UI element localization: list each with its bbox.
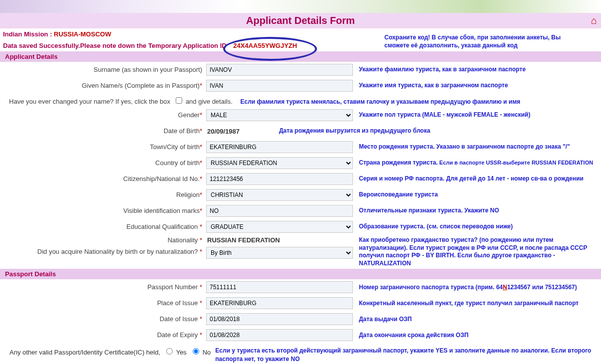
label-nationality: Nationality * Did you acquire Nationalit… <box>0 236 206 256</box>
hint-religion: Вероисповедание туриста <box>356 191 601 199</box>
row-date-issue: Date of Issue * Дата выдачи ОЗП <box>0 311 601 327</box>
hint-town: Место рождения туриста. Указано в загран… <box>356 143 601 151</box>
marks-input[interactable] <box>206 205 353 217</box>
mission-label: Indian Mission : <box>3 30 54 38</box>
gender-select[interactable]: MALE <box>206 109 353 121</box>
section-passport-details: Passport Details <box>0 269 601 279</box>
label-country: Country of birth* <box>0 159 206 168</box>
section-applicant-details: Applicant Details <box>0 51 601 62</box>
date-expiry-input[interactable] <box>206 329 353 341</box>
label-surname: Surname (as shown in your Passport) <box>0 66 206 74</box>
hint-date-issue: Дата выдачи ОЗП <box>356 316 601 324</box>
place-issue-input[interactable] <box>206 297 353 309</box>
hint-other-passport: Если у туриста есть второй действующий з… <box>215 346 601 364</box>
label-passport-number: Passport Number * <box>0 283 206 292</box>
label-gender: Gender* <box>0 111 206 120</box>
row-country: Country of birth* RUSSIAN FEDERATION Стр… <box>0 155 601 171</box>
other-passport-yes-radio[interactable] <box>166 348 173 355</box>
hint-changed-name: Если фамилия туриста менялась, ставим га… <box>234 98 520 105</box>
row-nationality: Nationality * Did you acquire Nationalit… <box>0 235 601 269</box>
given-name-input[interactable] <box>206 80 353 92</box>
hint-acquire: Как приобретено гражданство туриста? (по… <box>356 236 601 267</box>
acquire-nationality-select[interactable]: By Birth <box>206 247 353 259</box>
saved-line: Data saved Successfully.Please note down… <box>0 40 601 51</box>
row-education: Educational Qualification * GRADUATE Обр… <box>0 219 601 235</box>
label-dob: Date of Birth* <box>0 127 206 136</box>
label-citizenship: Citizenship/National Id No.* <box>0 175 206 183</box>
hint-surname: Укажите фамилию туриста, как в заграничн… <box>356 66 601 74</box>
row-surname: Surname (as shown in your Passport) Укаж… <box>0 62 601 78</box>
row-marks: Visible identification marks* Отличитель… <box>0 203 601 219</box>
save-code-hint: Сохраните код! В случае сбоя, при заполн… <box>384 34 584 49</box>
education-select[interactable]: GRADUATE <box>206 221 353 233</box>
other-passport-no-radio[interactable] <box>193 348 199 355</box>
label-date-expiry: Date of Expiry * <box>0 331 206 340</box>
home-icon[interactable]: ⌂ <box>591 15 597 26</box>
religion-select[interactable]: CHRISTIAN <box>206 189 353 201</box>
row-changed-name: Have you ever changed your name? If yes,… <box>0 94 601 107</box>
row-dob: Date of Birth* 20/09/1987 Дата рождения … <box>0 123 601 139</box>
label-town: Town/City of birth* <box>0 143 206 152</box>
label-changed-name-after: and give details. <box>186 98 233 105</box>
hint-country: Страна рождения туриста. Если в паспорте… <box>356 159 601 167</box>
surname-input[interactable] <box>206 64 353 76</box>
mission-value: RUSSIA-MOSCOW <box>54 30 111 38</box>
nationality-value: RUSSIAN FEDERATION <box>206 236 356 244</box>
citizenship-input[interactable] <box>206 173 353 185</box>
date-issue-input[interactable] <box>206 313 353 325</box>
hint-dob: Дата рождения выгрузится из предыдущего … <box>276 127 601 135</box>
hint-education: Образование туриста. (см. список перевод… <box>356 223 601 231</box>
hint-marks: Отличительные признаки туриста. Укажите … <box>356 207 601 215</box>
row-place-issue: Place of Issue * Конкретный населенный п… <box>0 295 601 311</box>
hint-gender: Укажите пол туриста (MALE - мужской FEMA… <box>356 111 601 119</box>
label-date-issue: Date of Issue * <box>0 315 206 324</box>
hint-place-issue: Конкретный населенный пункт, где турист … <box>356 300 601 308</box>
label-other-passport: Any other valid Passport/Identity Certif… <box>9 349 160 356</box>
title-bar: Applicant Details Form ⌂ <box>0 13 601 28</box>
hint-passport-number: Номер заграничного паспорта туриста (при… <box>356 284 601 292</box>
label-changed-name: Have you ever changed your name? If yes,… <box>9 98 170 105</box>
label-religion: Religion* <box>0 191 206 199</box>
temporary-app-id: 24X4AA55YWGJYZH <box>228 42 302 49</box>
label-place-issue: Place of Issue * <box>0 299 206 308</box>
row-citizenship: Citizenship/National Id No.* Серия и ном… <box>0 171 601 187</box>
passport-number-input[interactable] <box>206 281 353 293</box>
country-select[interactable]: RUSSIAN FEDERATION <box>206 157 353 169</box>
row-town: Town/City of birth* Место рождения турис… <box>0 139 601 155</box>
decorative-banner <box>0 0 601 13</box>
other-yes-label: Yes <box>176 349 187 356</box>
page-title: Applicant Details Form <box>0 15 601 26</box>
row-passport-number: Passport Number * Номер заграничного пас… <box>0 279 601 295</box>
town-input[interactable] <box>206 141 353 153</box>
row-other-passport: Any other valid Passport/Identity Certif… <box>0 343 601 364</box>
label-given-name: Given Name/s (Complete as in Passport)* <box>0 82 206 90</box>
hint-citizenship: Серия и номер РФ паспорта. Для детей до … <box>356 175 601 183</box>
row-gender: Gender* MALE Укажите пол туриста (MALE -… <box>0 107 601 123</box>
row-religion: Religion* CHRISTIAN Вероисповедание тури… <box>0 187 601 203</box>
label-marks: Visible identification marks* <box>0 207 206 215</box>
hint-given-name: Укажите имя туриста, как в заграничном п… <box>356 82 601 90</box>
label-education: Educational Qualification * <box>0 223 206 231</box>
other-no-label: No <box>203 349 211 356</box>
changed-name-checkbox[interactable] <box>176 97 182 104</box>
row-date-expiry: Date of Expiry * Дата окончания срока де… <box>0 327 601 343</box>
dob-value: 20/09/1987 <box>206 128 240 135</box>
saved-message: Data saved Successfully.Please note down… <box>3 42 227 49</box>
hint-date-expiry: Дата окончания срока действия ОЗП <box>356 332 601 340</box>
row-given-name: Given Name/s (Complete as in Passport)* … <box>0 78 601 94</box>
